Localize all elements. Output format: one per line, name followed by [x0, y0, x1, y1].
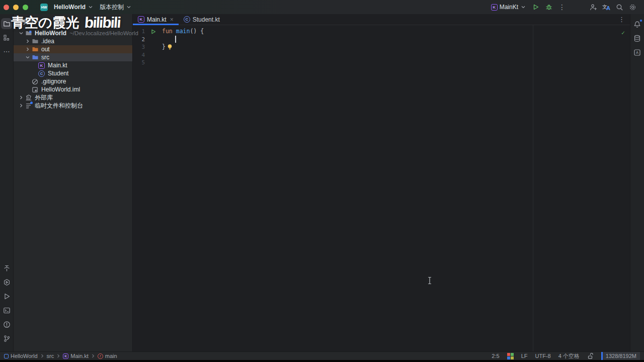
chevron-down-icon [88, 4, 94, 10]
library-icon [25, 94, 32, 101]
translation-toolwindow-button[interactable]: A [632, 47, 643, 58]
chevron-right-icon [40, 354, 44, 358]
bug-icon [545, 4, 552, 11]
editor-tabbar: K Main.kt × C Student.kt ⋮ [133, 14, 630, 25]
run-toolwindow-button[interactable] [1, 291, 12, 302]
translate-button[interactable]: 文A [600, 2, 613, 13]
unlocked-icon[interactable] [587, 353, 594, 359]
run-configuration-selector[interactable]: K MainKt [488, 2, 529, 12]
tree-item-label: Main.kt [48, 62, 67, 69]
more-toolwindows-button[interactable]: ⋯ [1, 46, 12, 57]
line-ending-indicator[interactable]: LF [521, 353, 528, 359]
kotlin-file-icon: K [138, 16, 144, 23]
tab-student-kt[interactable]: C Student.kt [179, 14, 225, 25]
code-with-me-button[interactable] [587, 2, 600, 13]
kotlin-run-config-icon: K [491, 4, 498, 11]
notification-badge-dot [639, 19, 642, 22]
chevron-down-icon [36, 19, 42, 25]
tree-item-label: .gitignore [41, 78, 66, 85]
more-actions-button[interactable]: ⋮ [555, 2, 569, 13]
terminal-toolwindow-button[interactable] [1, 305, 12, 316]
kotlin-class-icon: C [38, 70, 45, 77]
debug-button[interactable] [542, 2, 555, 13]
chevron-down-icon [25, 55, 30, 60]
database-icon [633, 35, 641, 42]
database-toolwindow-button[interactable] [632, 33, 643, 44]
chevron-right-icon [25, 47, 30, 52]
tree-row-iml[interactable]: HelloWorld.iml [14, 85, 132, 94]
inspections-ok-icon[interactable]: ✓ [621, 29, 625, 37]
memory-indicator[interactable]: 1328/8192M [601, 352, 640, 360]
colored-squares-plugin-icon[interactable] [507, 353, 514, 359]
close-icon[interactable]: × [170, 17, 174, 22]
source-folder-icon [32, 54, 39, 61]
play-icon [532, 4, 539, 11]
project-menu[interactable]: HelloWorld [51, 2, 97, 12]
run-button[interactable] [529, 2, 542, 13]
function-icon: f [98, 353, 103, 359]
statusbar: HelloWorld src K Main.kt f main 2:5 LF U… [0, 351, 644, 360]
breadcrumb-main-kt[interactable]: K Main.kt [63, 353, 88, 359]
titlebar: HW HelloWorld 版本控制 K MainKt ⋮ [0, 0, 644, 14]
line-number: 1 [133, 28, 145, 36]
problems-toolwindow-button[interactable] [1, 319, 12, 330]
project-toolwindow-button[interactable] [1, 18, 12, 29]
tree-row-scratches[interactable]: 临时文件和控制台 [14, 102, 132, 110]
project-badge: HW [40, 4, 48, 11]
chevron-right-icon [19, 95, 24, 100]
code-line-4: 4 [133, 51, 630, 59]
breadcrumb-src[interactable]: src [47, 353, 54, 359]
build-toolwindow-button[interactable] [1, 262, 12, 274]
code-line-3: 3 } [133, 43, 630, 51]
git-branch-icon [3, 335, 11, 342]
excluded-folder-icon [32, 46, 39, 53]
editor-options-button[interactable]: ⋮ [618, 14, 630, 25]
vcs-menu[interactable]: 版本控制 [97, 2, 135, 13]
notifications-button[interactable] [632, 19, 643, 30]
tree-row-out[interactable]: out [14, 45, 132, 53]
tab-label: Main.kt [147, 16, 167, 23]
breadcrumb-main-function[interactable]: f main [98, 353, 117, 359]
search-everywhere-button[interactable] [613, 2, 626, 13]
tree-item-label: Student [48, 70, 68, 77]
kotlin-file-icon: K [63, 353, 68, 359]
squares-icon [3, 34, 10, 41]
tree-row-helloworld-root[interactable]: HelloWorld ~/Dev.localized/HelloWorld [14, 29, 132, 37]
more-vertical-icon: ⋮ [618, 16, 625, 23]
tab-main-kt[interactable]: K Main.kt × [133, 14, 179, 25]
tab-label: Student.kt [193, 16, 220, 23]
code-line-2: 2 [133, 36, 630, 44]
add-user-icon [590, 4, 597, 11]
badge-dot [30, 102, 33, 104]
tree-row-external-libraries[interactable]: 外部库 [14, 94, 132, 102]
line-number: 4 [133, 51, 145, 59]
tree-item-label: HelloWorld.iml [41, 86, 80, 93]
more-vertical-icon: ⋮ [558, 3, 566, 11]
code-editor[interactable]: 1 fun main() { 2 3 } [133, 25, 630, 351]
kotlin-class-icon: C [184, 16, 190, 23]
breadcrumb-project[interactable]: HelloWorld [4, 353, 38, 359]
folder-icon [3, 20, 11, 28]
folder-icon [32, 38, 39, 45]
play-icon [3, 293, 11, 300]
tree-row-idea[interactable]: .idea [14, 37, 132, 45]
indent-indicator[interactable]: 4 个空格 [558, 352, 580, 360]
zoom-window-button[interactable] [23, 5, 28, 10]
structure-toolwindow-button[interactable] [1, 32, 12, 43]
project-panel-header[interactable]: 项目 [14, 14, 132, 29]
tree-row-student[interactable]: C Student [14, 69, 132, 77]
minimize-window-button[interactable] [13, 5, 19, 10]
git-toolwindow-button[interactable] [1, 333, 12, 344]
services-toolwindow-button[interactable] [1, 277, 12, 288]
settings-button[interactable] [626, 2, 639, 13]
caret-position[interactable]: 2:5 [492, 353, 499, 359]
tree-row-src[interactable]: src [14, 53, 132, 61]
run-gutter-button[interactable] [145, 29, 162, 34]
intention-lightbulb-icon[interactable] [167, 44, 173, 50]
close-window-button[interactable] [4, 5, 9, 10]
tree-row-main-kt[interactable]: K Main.kt [14, 61, 132, 69]
encoding-indicator[interactable]: UTF-8 [535, 353, 550, 359]
window-bottom-edge [0, 360, 644, 362]
chevron-right-icon [25, 39, 30, 44]
tree-row-gitignore[interactable]: .gitignore [14, 77, 132, 85]
